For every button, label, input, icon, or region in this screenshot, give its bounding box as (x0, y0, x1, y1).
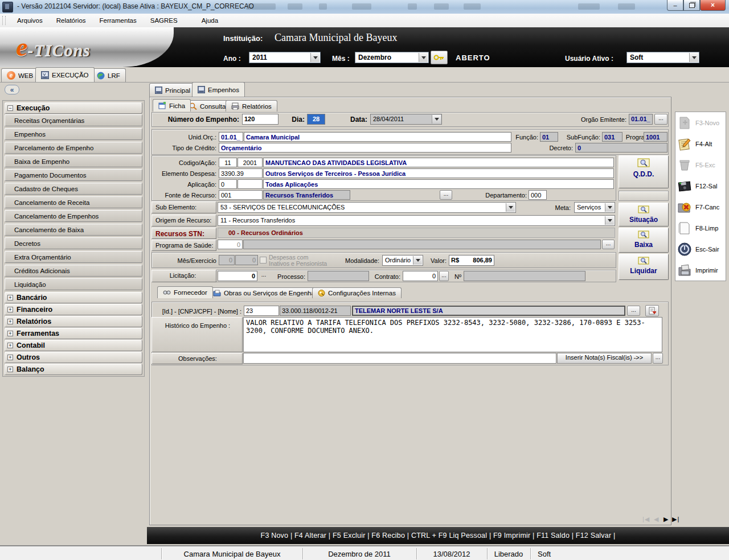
unid-orc-code-field[interactable]: 01.01_ (219, 132, 243, 142)
nota-fiscal-lookup-button[interactable]: ... (653, 353, 663, 364)
chevron-down-icon[interactable] (506, 203, 515, 212)
programa-saude-lookup-button[interactable]: ... (602, 240, 615, 249)
sidebar-item-cancelamento-de-empenhos[interactable]: Cancelamento de Empenhos (5, 210, 142, 222)
sidebar-item-parcelamento-de-empenho[interactable]: Parcelamento de Empenho (5, 142, 142, 154)
sidebar-group-relatorios[interactable]: +Relatórios (5, 316, 142, 327)
sidebar-item-empenhos[interactable]: Empenhos (5, 128, 142, 140)
unid-orc-nome-field[interactable]: Camara Municipal (244, 132, 511, 142)
imprimir-button[interactable]: Imprimir (675, 260, 726, 281)
contrato-lookup-button[interactable]: ... (439, 271, 449, 281)
orgao-emitente-field[interactable]: 01.01_ (629, 114, 653, 125)
aplicacao-field[interactable]: 0 (219, 179, 237, 189)
sidebar-collapse-button[interactable]: « (5, 85, 19, 94)
orgao-lookup-button[interactable]: ... (654, 114, 667, 125)
nav-prev-button[interactable]: ◀ (654, 516, 659, 523)
sidebar-item-cancelamento-de-receita[interactable]: Cancelamento de Receita (5, 196, 142, 208)
fornecedor-id-field[interactable]: 23 (244, 306, 279, 316)
situacao-button[interactable]: Situação (619, 203, 669, 227)
chevron-down-icon[interactable] (605, 203, 614, 212)
valor-field[interactable]: R$ 806,89 (449, 255, 494, 266)
fornecedor-lookup-button[interactable]: ... (627, 306, 640, 316)
numero-empenho-field[interactable]: 120 (242, 114, 279, 125)
fornecedor-attach-button[interactable] (645, 305, 659, 316)
menu-ferramentas[interactable]: Ferramentas (93, 15, 144, 26)
menu-ajuda[interactable]: Ajuda (195, 15, 225, 26)
sidebar-group-balanco[interactable]: +Balanço (5, 364, 142, 375)
sidebar-group-bancario[interactable]: +Bancário (5, 292, 142, 303)
modalidade-select[interactable]: Ordinário (382, 255, 423, 266)
f12-sal-button[interactable]: F12-Sal (675, 175, 726, 196)
nav-next-button[interactable]: ▶ (664, 516, 669, 523)
codigo-field[interactable]: 11 (219, 158, 237, 167)
elemento-field[interactable]: 3390.39 (219, 168, 263, 178)
tab-web[interactable]: e WEB (1, 68, 39, 82)
tab-obras[interactable]: Obras ou Serviços de Engenharia (207, 287, 328, 298)
historico-textarea[interactable]: VALOR RELATIVO A TARIFA TELEFONICA DOS P… (243, 317, 662, 352)
sidebar-group-contabil[interactable]: +Contabil (5, 340, 142, 351)
meta-select[interactable]: Serviços (574, 202, 615, 213)
sidebar-item-receitas-orcamentarias[interactable]: Receitas Orçamentárias (5, 114, 142, 126)
restore-button[interactable] (683, 0, 700, 11)
tab-principal[interactable]: Principal (149, 83, 196, 97)
sidebar-item-baixa-de-empenho[interactable]: Baixa de Empenho (5, 155, 142, 167)
liquidar-button[interactable]: Liquidar (619, 254, 669, 280)
minimize-button[interactable]: – (667, 0, 683, 11)
sidebar-group-execucao[interactable]: − Execução (5, 102, 142, 114)
sidebar-item-creditos-adicionais[interactable]: Créditos Adicionais (5, 265, 142, 277)
fonte-field[interactable]: 001 (219, 190, 263, 200)
fornecedor-nome-field[interactable]: TELEMAR NORTE LESTE S/A (352, 306, 625, 316)
nav-first-button[interactable]: |◀ (642, 516, 650, 523)
sidebar-item-extra-orcamentario[interactable]: Extra Orçamentário (5, 251, 142, 263)
menu-arquivos[interactable]: Arquivos (10, 15, 50, 26)
chevron-down-icon[interactable] (689, 53, 698, 62)
data-select[interactable]: 28/04/2011 (370, 114, 442, 125)
sidebar-item-cadastro-de-cheques[interactable]: Cadastro de Cheques (5, 183, 142, 195)
licitacao-lookup-button[interactable]: ... (259, 273, 268, 279)
sidebar-item-decretos[interactable]: Decretos (5, 237, 142, 249)
f5-exc-button[interactable]: F5-Exc (675, 154, 726, 175)
tab-lrf[interactable]: LRF (91, 68, 126, 82)
acao-field[interactable]: 2001 (237, 158, 263, 167)
sidebar-item-pagamento-documentos[interactable]: Pagamento Documentos (5, 169, 142, 181)
origem-recurso-select[interactable]: 11 - Recursos Transferidos (218, 215, 615, 226)
tab-execucao[interactable]: EXECUÇÃO (35, 67, 95, 82)
chevron-down-icon[interactable] (413, 256, 422, 265)
observacoes-field[interactable] (243, 353, 556, 364)
dia-field[interactable]: 28 (307, 114, 325, 125)
menu-relatorios[interactable]: Relatórios (50, 15, 93, 26)
nav-last-button[interactable]: ▶| (672, 516, 679, 523)
programa-saude-field[interactable]: 0 (218, 240, 243, 249)
sidebar-item-cancelamento-de-baixa[interactable]: Cancelamento de Baixa (5, 224, 142, 236)
chevron-down-icon[interactable] (605, 216, 614, 225)
licitacao-field[interactable]: 0 (218, 271, 257, 281)
f7-canc-button[interactable]: F7-Canc (675, 196, 726, 217)
sidebar-group-outros[interactable]: +Outros (5, 352, 142, 363)
ano-select[interactable]: 2011 (249, 52, 321, 63)
usuario-select[interactable]: Soft (626, 52, 699, 63)
tipo-credito-field[interactable]: Orçamentário (219, 143, 511, 153)
sidebar-group-financeiro[interactable]: +Financeiro (5, 304, 142, 315)
departamento-field[interactable]: 000 (529, 190, 547, 200)
mes-select[interactable]: Dezembro (355, 52, 429, 63)
tab-empenhos[interactable]: Empenhos (192, 82, 245, 97)
chevron-down-icon[interactable] (310, 53, 320, 62)
aplicacao-aux-field[interactable] (237, 179, 263, 189)
contrato-field[interactable]: 0 (403, 271, 438, 281)
qdd-button[interactable]: Q.D.D. (619, 155, 669, 188)
f4-alt-button[interactable]: F4-Alt (675, 133, 726, 154)
chevron-down-icon[interactable] (432, 115, 441, 123)
tab-fornecedor[interactable]: Fornecedor (157, 286, 213, 298)
despesas-inativos-checkbox[interactable] (260, 257, 267, 263)
close-button[interactable]: × (700, 0, 726, 11)
f8-limp-button[interactable]: F8-Limp (675, 217, 726, 238)
esc-sair-button[interactable]: Esc-Sair (675, 238, 726, 260)
inserir-nota-fiscal-button[interactable]: Inserir Nota(s) Fiscal(is) ->> (557, 353, 652, 364)
fonte-lookup-button[interactable]: ... (440, 190, 452, 200)
chevron-down-icon[interactable] (419, 53, 428, 62)
tab-config-internas[interactable]: Configurações Internas (312, 287, 402, 298)
unlock-month-button[interactable] (431, 51, 448, 64)
menu-sagres[interactable]: SAGRES (144, 15, 185, 26)
sub-elemento-select[interactable]: 53 - SERVIÇOS DE TELECOMUNICAÇÕES (218, 202, 516, 213)
tab-relatorios[interactable]: Relatórios (226, 100, 277, 112)
baixa-button[interactable]: Baixa (619, 228, 669, 253)
